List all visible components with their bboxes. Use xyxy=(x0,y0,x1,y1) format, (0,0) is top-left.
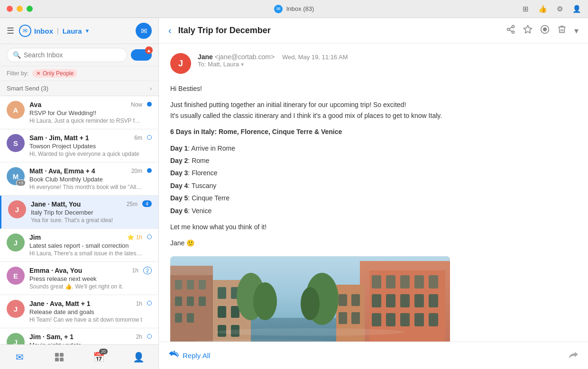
itinerary: Day 1: Arrive in Rome Day 2: Rome Day 3:… xyxy=(170,143,577,216)
maximize-button[interactable] xyxy=(27,6,33,12)
thumbsup-icon[interactable]: 👍 xyxy=(538,4,547,14)
nav-mail[interactable]: ✉ xyxy=(0,345,40,369)
share-icon[interactable] xyxy=(506,25,515,36)
svg-rect-37 xyxy=(414,275,424,288)
email-header: Matt · Ava, Emma + 4 20m xyxy=(29,167,142,175)
recipients-chevron-icon[interactable]: ▾ xyxy=(241,61,244,68)
smart-send-chevron-icon[interactable]: › xyxy=(150,85,152,92)
reply-all-button[interactable]: Reply All xyxy=(168,351,210,360)
to-label: To: xyxy=(198,61,206,68)
svg-rect-43 xyxy=(429,294,438,307)
avatar-wrapper: M +3 xyxy=(7,167,25,185)
email-content-jim-sam: Jim · Sam, + 1 2h Movie night update We'… xyxy=(29,333,142,344)
traffic-lights xyxy=(7,6,33,12)
venice-image xyxy=(170,256,450,342)
svg-point-5 xyxy=(507,28,510,31)
compose-button[interactable]: ✉ xyxy=(136,23,152,39)
inbox-label: ✉ Inbox | Laura ▼ xyxy=(19,25,90,37)
email-header: Emma · Ava, You 1h xyxy=(29,267,138,274)
back-button[interactable]: ‹ xyxy=(168,25,172,36)
minimize-button[interactable] xyxy=(17,6,23,12)
svg-rect-40 xyxy=(386,294,395,307)
email-preview: Sounds great 👍. We'll get right on it. xyxy=(29,283,138,290)
avatar-jane: J xyxy=(8,200,26,218)
toggle-switch[interactable]: ▲ xyxy=(131,49,152,61)
email-item-jim[interactable]: J Jim ⭐ 1h Latest sales report - small c… xyxy=(0,229,158,262)
email-sender: Jim xyxy=(29,234,41,241)
email-content-emma: Emma · Ava, You 1h Press release next we… xyxy=(29,267,138,290)
email-sender: Sam · Jim, Matt + 1 xyxy=(29,134,89,142)
email-item-jane-ava[interactable]: J Jane · Ava, Matt + 1 1h Release date a… xyxy=(0,295,158,328)
filter-chip[interactable]: ✕ Only People xyxy=(32,69,77,78)
nav-calendar[interactable]: 📅 20 xyxy=(79,345,119,369)
svg-rect-44 xyxy=(372,313,381,326)
star-icon[interactable] xyxy=(523,25,533,36)
email-item-emma[interactable]: E Emma · Ava, You 1h Press release next … xyxy=(0,262,158,295)
svg-rect-46 xyxy=(400,313,410,326)
hamburger-icon[interactable]: ☰ xyxy=(7,26,14,36)
email-header: Ava Now xyxy=(29,101,142,108)
email-preview: Hi Laura, There's a small issue in the l… xyxy=(29,250,142,257)
svg-rect-2 xyxy=(55,358,59,361)
email-time: 25m xyxy=(127,201,138,207)
sender-name: Jane xyxy=(198,53,213,61)
email-list: A Ava Now RSVP for Our Wedding!! Hi Laur… xyxy=(0,96,158,344)
email-preview: Hi, Wanted to give everyone a quick upda… xyxy=(29,151,142,157)
search-input[interactable] xyxy=(24,51,121,59)
svg-rect-3 xyxy=(60,358,64,361)
svg-point-6 xyxy=(512,31,514,33)
email-item-jane-matt[interactable]: J Jane · Matt, You 25m Italy Trip for De… xyxy=(0,196,158,229)
avatar-wrapper: J xyxy=(7,333,25,344)
app-title: Inbox (83) xyxy=(286,5,314,12)
reply-bar: Reply All xyxy=(159,342,588,369)
inbox-caret-icon[interactable]: ▼ xyxy=(85,28,90,34)
filter-icon[interactable] xyxy=(540,25,550,36)
filter-chip-label: Only People xyxy=(43,70,74,77)
avatar-emma: E xyxy=(7,267,25,285)
titlebar-center: ✉ Inbox (83) xyxy=(274,5,314,13)
nav-apps[interactable] xyxy=(40,345,80,369)
avatar-wrapper: J xyxy=(7,300,25,318)
svg-rect-22 xyxy=(175,313,182,323)
email-content-sam: Sam · Jim, Matt + 1 6m Towson Project Up… xyxy=(29,134,142,157)
close-button[interactable] xyxy=(7,6,13,12)
unread-indicator xyxy=(147,234,152,239)
svg-line-7 xyxy=(509,30,512,31)
inbox-user: Laura xyxy=(63,27,82,35)
filter-chip-close-icon[interactable]: ✕ xyxy=(36,70,41,77)
recipients: Matt, Laura xyxy=(208,61,239,68)
delete-icon[interactable] xyxy=(557,25,567,36)
email-subject: Book Club Monthly Update xyxy=(29,176,142,183)
email-sender: Ava xyxy=(29,101,41,108)
svg-rect-47 xyxy=(414,313,424,326)
email-item-ava[interactable]: A Ava Now RSVP for Our Wedding!! Hi Laur… xyxy=(0,96,158,129)
email-item-sam[interactable]: S Sam · Jim, Matt + 1 6m Towson Project … xyxy=(0,129,158,162)
more-icon[interactable]: ▾ xyxy=(574,26,579,36)
svg-point-57 xyxy=(301,287,320,320)
settings-icon[interactable]: ⚙ xyxy=(555,4,564,14)
email-subject: Latest sales report - small correction xyxy=(29,242,142,249)
grid-icon[interactable]: ⊞ xyxy=(521,4,530,14)
email-content-matt: Matt · Ava, Emma + 4 20m Book Club Month… xyxy=(29,167,142,190)
svg-rect-34 xyxy=(372,275,381,288)
sidebar-header-left: ☰ ✉ Inbox | Laura ▼ xyxy=(7,25,90,37)
unread-indicator xyxy=(147,301,152,306)
avatar-jane2: J xyxy=(7,300,25,318)
svg-marker-9 xyxy=(524,26,532,33)
svg-rect-18 xyxy=(199,280,206,289)
body-para1: Just finished putting together an initia… xyxy=(170,99,577,121)
svg-rect-38 xyxy=(429,275,438,288)
app-icon: ✉ xyxy=(274,5,283,13)
email-preview: Hi Laura, Just a quick reminder to RSVP … xyxy=(29,117,142,124)
sender-info: J Jane <jane@cortab.com> Wed, May 19, 11… xyxy=(170,53,577,74)
forward-button[interactable] xyxy=(568,350,579,361)
smart-send-label: Smart Send (3) xyxy=(7,85,48,92)
profile-icon[interactable]: 👤 xyxy=(572,4,581,14)
email-time: Now xyxy=(131,101,142,108)
nav-contacts[interactable]: 👤 xyxy=(119,345,159,369)
titlebar-controls: ⊞ 👍 ⚙ 👤 xyxy=(521,4,581,14)
smart-send-bar[interactable]: Smart Send (3) › xyxy=(0,81,158,96)
svg-rect-50 xyxy=(339,294,347,306)
email-item-matt[interactable]: M +3 Matt · Ava, Emma + 4 20m Book Club … xyxy=(0,162,158,196)
email-item-jim-sam[interactable]: J Jim · Sam, + 1 2h Movie night update W… xyxy=(0,328,158,344)
